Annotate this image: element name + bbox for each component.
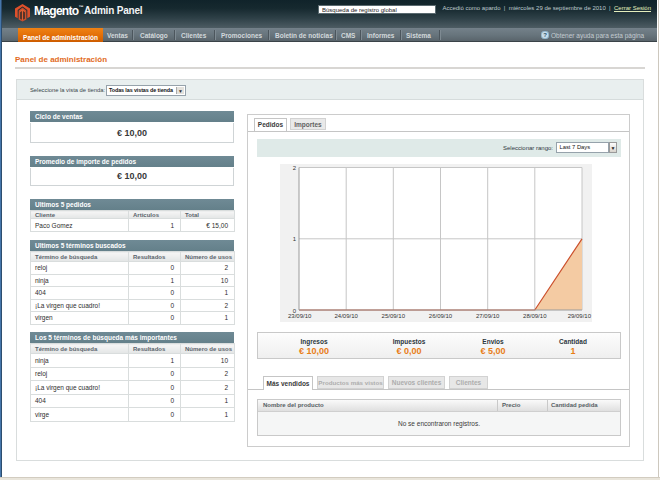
svg-text:?: ? (543, 32, 547, 38)
svg-text:25/09/10: 25/09/10 (382, 313, 406, 319)
svg-text:29/09/10: 29/09/10 (568, 313, 592, 319)
svg-text:23/09/10: 23/09/10 (288, 313, 312, 319)
svg-text:27/09/10: 27/09/10 (476, 313, 500, 319)
svg-text:24/09/10: 24/09/10 (335, 313, 359, 319)
svg-text:26/09/10: 26/09/10 (429, 313, 453, 319)
svg-text:28/09/10: 28/09/10 (523, 313, 547, 319)
